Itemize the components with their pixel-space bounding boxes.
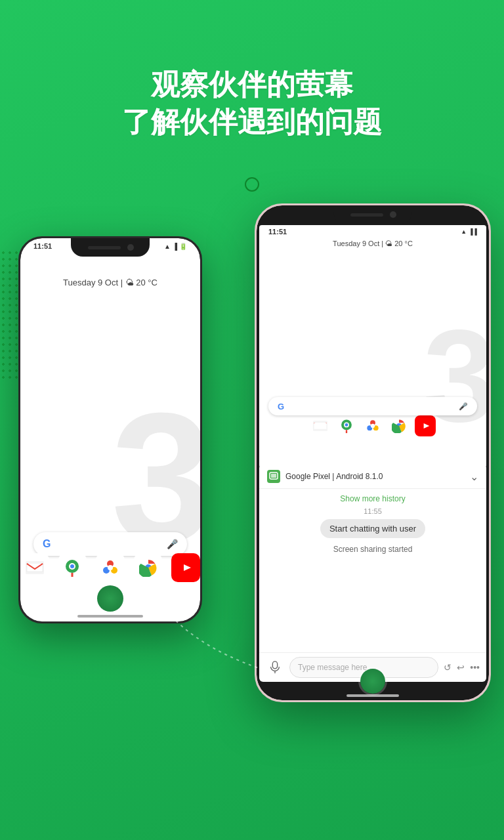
header-section: 观察伙伴的萤幕 了解伙伴遇到的问题 [0, 66, 504, 140]
inner-youtube-icon [415, 415, 436, 436]
left-status-icons: ▲ ▐ 🔋 [164, 243, 187, 250]
device-info-label: Google Pixel | Android 8.1.0 [285, 472, 470, 481]
left-phone-frame: 11:51 ▲ ▐ 🔋 Tuesday 9 Oct | 🌤 20 °C 3 G [18, 236, 202, 623]
left-phone-screen: 11:51 ▲ ▐ 🔋 Tuesday 9 Oct | 🌤 20 °C 3 G [20, 238, 200, 621]
chrome-icon[interactable] [134, 553, 163, 582]
signal-icon: ▐ [173, 243, 177, 250]
chat-bubble-start: Start chatting with user [320, 519, 425, 538]
show-history-link[interactable]: Show more history [340, 494, 405, 503]
svg-rect-25 [271, 474, 276, 478]
right-bottom-bar [346, 694, 399, 697]
right-speaker [350, 213, 383, 217]
wifi-icon: ▲ [164, 243, 171, 250]
inner-mic-icon: 🎤 [459, 402, 468, 411]
left-bottom-bar [77, 615, 143, 618]
phone-right: 11:51 ▲ ▐▐ Tuesday 9 Oct | 🌤 20 °C 3 [255, 203, 491, 702]
inner-mirrored-screen: 11:51 ▲ ▐▐ Tuesday 9 Oct | 🌤 20 °C 3 [259, 225, 486, 468]
maps-icon[interactable] [58, 553, 87, 582]
right-phone-frame: 11:51 ▲ ▐▐ Tuesday 9 Oct | 🌤 20 °C 3 [255, 203, 491, 702]
device-icon [267, 470, 280, 483]
inner-app-icons [259, 415, 486, 436]
input-actions: ↺ ↩ ••• [444, 662, 480, 673]
left-home-button[interactable] [97, 585, 123, 612]
header-line2: 了解伙伴遇到的问题 [122, 106, 382, 138]
chat-body: Show more history 11:55 Start chatting w… [259, 489, 486, 652]
svg-point-3 [70, 564, 74, 568]
inner-google-g: G [278, 402, 284, 411]
right-home-button[interactable] [360, 669, 385, 694]
photos-icon[interactable] [96, 553, 125, 582]
inner-maps-icon [336, 415, 357, 436]
left-date-weather: Tuesday 9 Oct | 🌤 20 °C [20, 278, 200, 287]
battery-icon: 🔋 [179, 243, 187, 250]
screen-sharing-msg: Screen sharing started [333, 545, 413, 554]
chat-panel: Google Pixel | Android 8.1.0 ⌄ Show more… [259, 465, 486, 682]
google-mic-icon: 🎤 [167, 539, 178, 549]
left-app-icons [20, 553, 200, 582]
action-icon-2[interactable]: ↩ [457, 662, 465, 673]
inner-date-weather: Tuesday 9 Oct | 🌤 20 °C [259, 240, 486, 247]
dotted-arc [144, 578, 276, 676]
right-phone-screen: 11:51 ▲ ▐▐ Tuesday 9 Oct | 🌤 20 °C 3 [257, 205, 489, 700]
header-line1: 观察伙伴的萤幕 [151, 68, 353, 100]
dropdown-icon[interactable]: ⌄ [470, 471, 478, 483]
inner-status-icons: ▲ ▐▐ [461, 228, 477, 235]
inner-signal-icon: ▐▐ [469, 228, 477, 235]
more-options-icon[interactable]: ••• [470, 662, 480, 673]
svg-point-15 [345, 423, 348, 427]
inner-status-time: 11:51 [268, 228, 287, 236]
phone-left: 11:51 ▲ ▐ 🔋 Tuesday 9 Oct | 🌤 20 °C 3 G [18, 236, 202, 623]
inner-chrome-icon [388, 415, 410, 436]
left-phone-notch [71, 238, 150, 257]
action-icon-1[interactable]: ↺ [444, 662, 452, 673]
inner-google-search: G 🎤 [268, 397, 477, 415]
svg-point-7 [108, 565, 113, 570]
right-camera [390, 211, 396, 218]
inner-wifi-icon: ▲ [461, 228, 467, 235]
left-google-search[interactable]: G 🎤 [33, 532, 187, 556]
inner-status-bar: 11:51 ▲ ▐▐ [268, 228, 477, 236]
message-input-placeholder: Type message here [298, 663, 367, 672]
inner-photos-icon [362, 415, 383, 436]
left-status-time: 11:51 [33, 242, 52, 250]
inner-gmail-icon [310, 415, 331, 436]
circle-indicator [245, 177, 259, 192]
right-phone-notch [333, 205, 412, 224]
phones-area: 11:51 ▲ ▐ 🔋 Tuesday 9 Oct | 🌤 20 °C 3 G [0, 203, 504, 728]
svg-point-19 [371, 424, 375, 428]
chat-timestamp: 11:55 [364, 507, 382, 515]
google-g-icon: G [43, 538, 51, 550]
speaker [88, 246, 121, 249]
gmail-icon[interactable] [20, 553, 49, 582]
youtube-icon[interactable] [171, 553, 200, 582]
chat-header: Google Pixel | Android 8.1.0 ⌄ [259, 465, 486, 489]
camera [127, 244, 134, 251]
